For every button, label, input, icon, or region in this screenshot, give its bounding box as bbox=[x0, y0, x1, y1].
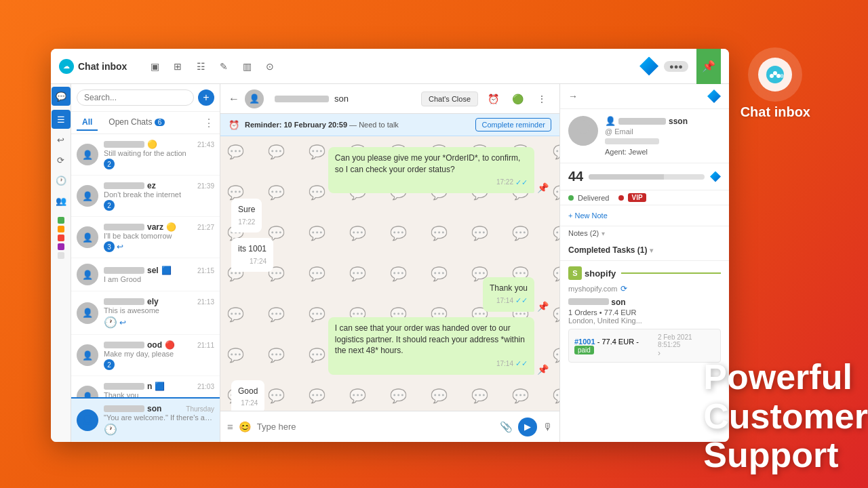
svg-point-3 bbox=[770, 74, 774, 78]
vip-badge: VIP bbox=[628, 193, 646, 202]
tab-open-chats[interactable]: Open Chats 6 bbox=[103, 115, 170, 131]
chat-tabs: All Open Chats 6 ⋮ bbox=[71, 112, 220, 134]
back-arrow-icon[interactable]: → bbox=[568, 91, 578, 102]
toolbar-icon-list[interactable]: ▣ bbox=[146, 58, 163, 75]
message-row: Thank you 17:14 ✓✓ 📌 bbox=[231, 277, 549, 312]
timer-icon[interactable]: ⏰ bbox=[484, 89, 502, 108]
svg-point-0 bbox=[576, 120, 590, 134]
list-item[interactable]: 👤 🟡 21:43 Still waiting for the action 2 bbox=[71, 134, 220, 176]
chat-item-time: Thursday bbox=[186, 405, 214, 413]
search-input[interactable] bbox=[77, 89, 194, 106]
attachment-icon[interactable]: 📎 bbox=[500, 421, 513, 433]
new-chat-button[interactable]: + bbox=[198, 89, 214, 106]
chat-item-name: ely bbox=[104, 297, 159, 306]
sidebar-nav: 💬 ☰ ↩ ⟳ 🕐 👥 bbox=[51, 84, 71, 442]
list-item-selected[interactable]: 👤 son Thursday "You are welcome." If the… bbox=[71, 397, 220, 442]
chat-item-time: 21:43 bbox=[197, 141, 214, 148]
message-row: I can see that your order was handed ove… bbox=[231, 317, 549, 375]
chat-item-time: 21:27 bbox=[197, 224, 214, 231]
msg-bubble: I can see that your order was handed ove… bbox=[328, 317, 534, 375]
stats-bar-fill bbox=[589, 174, 664, 180]
chat-item-name: ez bbox=[104, 181, 156, 190]
list-item[interactable]: 👤 varz 🟡 21:27 I'll be back tomorrow bbox=[71, 217, 220, 258]
new-note-row: + New Note bbox=[560, 205, 729, 226]
tick-icon: ✓✓ bbox=[515, 178, 528, 188]
chat-item-name: varz 🟡 bbox=[104, 222, 176, 232]
tab-all[interactable]: All bbox=[77, 115, 98, 131]
close-chat-button[interactable]: Chat's Close bbox=[421, 92, 478, 106]
tick-icon: ✓✓ bbox=[515, 296, 528, 306]
sidebar-icon-refresh[interactable]: ⟳ bbox=[52, 150, 71, 169]
avatar: 👤 bbox=[77, 409, 98, 431]
toolbar-icon-card[interactable]: ▥ bbox=[238, 58, 256, 75]
dot-green bbox=[58, 217, 64, 224]
right-panel: → 👤 sson @ Email bbox=[559, 84, 729, 442]
messages-area: Can you please give me your *OrderID*, t… bbox=[220, 136, 559, 411]
chat-item-preview: Still waiting for the action bbox=[104, 149, 214, 157]
completed-tasks-row[interactable]: Completed Tasks (1) ▾ bbox=[560, 240, 729, 261]
chat-item-preview: Don't break the internet bbox=[104, 190, 214, 199]
order-chevron-icon[interactable]: › bbox=[658, 348, 660, 358]
more-options-icon[interactable]: ⋮ bbox=[203, 117, 214, 129]
avatar: 👤 bbox=[77, 226, 98, 248]
sidebar-icon-clock[interactable]: 🕐 bbox=[52, 171, 71, 190]
more-options-icon[interactable]: ⋮ bbox=[532, 89, 551, 108]
customer-icon: 👤 bbox=[605, 116, 616, 126]
list-item[interactable]: 👤 ez 21:39 Don't break the internet 2 bbox=[71, 176, 220, 217]
shopify-location: London, United King... bbox=[568, 317, 721, 325]
message-row: its 1001 17:24 bbox=[231, 238, 549, 272]
toolbar-icon-table[interactable]: ☷ bbox=[192, 58, 210, 75]
input-area: ≡ 😊 📎 ▶ 🎙 bbox=[220, 411, 559, 442]
toolbar-icon-edit[interactable]: ✎ bbox=[215, 58, 233, 75]
branding-title: Chat inbox bbox=[741, 104, 810, 120]
chat-item-preview: I'll be back tomorrow bbox=[104, 232, 214, 240]
right-panel-header: → bbox=[560, 84, 729, 109]
sidebar-icon-chat[interactable]: 💬 bbox=[52, 87, 71, 106]
dot-orange bbox=[58, 226, 64, 232]
shopify-section: S shopify myshopify.com ⟳ son 1 Orders •… bbox=[560, 261, 729, 368]
reminder-text: Reminder: 10 February 20:59 — Need to ta… bbox=[245, 121, 470, 129]
customer-card: 👤 sson @ Email Agent: Jewel bbox=[560, 109, 729, 163]
sidebar-icon-users[interactable]: 👥 bbox=[52, 191, 71, 210]
chevron-down-icon: ▾ bbox=[650, 247, 653, 254]
avatar: 👤 bbox=[77, 302, 98, 324]
chat-item-time: 21:39 bbox=[197, 182, 214, 190]
chat-item-preview: This is awesome bbox=[104, 306, 214, 314]
shopify-customer-name-blur bbox=[568, 298, 609, 305]
list-item[interactable]: 👤 ely 21:13 This is awesome 🕐 ↩ bbox=[71, 291, 220, 335]
sidebar-icon-reply[interactable]: ↩ bbox=[52, 130, 71, 149]
new-note-button[interactable]: + New Note bbox=[568, 211, 608, 220]
microphone-icon[interactable]: 🎙 bbox=[542, 421, 553, 432]
chat-item-name: n 🟦 bbox=[104, 382, 165, 391]
shopify-icon: S bbox=[568, 266, 582, 280]
msg-bubble: Can you please give me your *OrderID*, t… bbox=[328, 147, 534, 193]
dot-purple bbox=[58, 243, 64, 250]
list-item[interactable]: 👤 sel 🟦 21:15 I am Grood bbox=[71, 258, 220, 291]
reactions-icon[interactable]: ≡ bbox=[227, 421, 233, 432]
agent-label: Agent: Jewel bbox=[605, 148, 721, 156]
list-item[interactable]: 👤 ood 🔴 21:11 Make my day, please 2 bbox=[71, 335, 220, 376]
chat-main: ← 👤 son Chat's Close ⏰ 🟢 ⋮ ⏰ Reminder: 1… bbox=[220, 84, 559, 442]
complete-reminder-button[interactable]: Complete reminder bbox=[475, 118, 551, 131]
order-item[interactable]: #1001 - 77.4 EUR - paid 2 Feb 2021 8:51:… bbox=[568, 329, 721, 363]
back-icon[interactable]: ← bbox=[229, 93, 239, 105]
sidebar-icon-menu[interactable]: ☰ bbox=[52, 110, 71, 129]
message-row: Good 17:24 bbox=[231, 380, 549, 411]
refresh-icon[interactable]: ⟳ bbox=[620, 284, 627, 293]
main-window: ☁ Chat inbox ▣ ⊞ ☷ ✎ ▥ ⊙ ●●● 📌 💬 ☰ ↩ ⟳ 🕐… bbox=[51, 49, 729, 442]
toolbar-icon-grid[interactable]: ⊞ bbox=[169, 58, 186, 75]
green-pin-button[interactable]: 📌 bbox=[696, 49, 721, 84]
notes-row[interactable]: Notes (2) ▾ bbox=[560, 226, 729, 240]
list-item[interactable]: 👤 n 🟦 21:03 Thank you 1 bbox=[71, 376, 220, 397]
toolbar-icons: ▣ ⊞ ☷ ✎ ▥ ⊙ bbox=[146, 58, 279, 75]
toolbar-icon-settings[interactable]: ⊙ bbox=[261, 58, 279, 75]
title-bar-right: ●●● bbox=[639, 57, 688, 76]
send-button[interactable]: ▶ bbox=[518, 418, 537, 436]
emoji-icon[interactable]: 😊 bbox=[239, 421, 252, 433]
message-input[interactable] bbox=[257, 422, 494, 432]
diamond-icon bbox=[707, 89, 721, 103]
chat-item-time: 21:15 bbox=[197, 267, 214, 274]
logo-area: ☁ Chat inbox bbox=[59, 59, 127, 74]
unread-badge: 2 bbox=[104, 200, 115, 211]
status-icon[interactable]: 🟢 bbox=[508, 89, 527, 108]
